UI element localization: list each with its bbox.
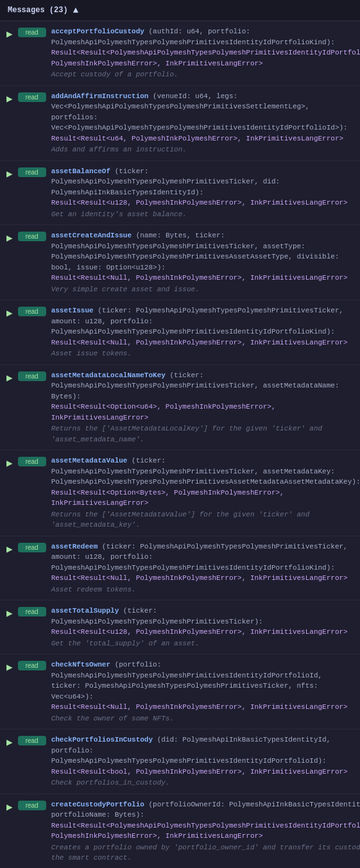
read-button[interactable]: read	[18, 736, 46, 745]
read-button[interactable]: read	[18, 232, 46, 241]
list-item: ▶readacceptPortfolioCustody (authId: u64…	[0, 21, 360, 86]
play-icon: ▶	[6, 371, 13, 384]
fn-description: Returns the ['AssetMetadataValue'] for t…	[51, 509, 360, 531]
fn-name[interactable]: assetMetadataValue	[51, 457, 132, 464]
read-button[interactable]: read	[18, 371, 46, 381]
play-icon: ▶	[6, 543, 13, 556]
fn-signature: assetBalanceOf (ticker: PolymeshApiPolym…	[51, 166, 354, 198]
fn-return: Result<Result<Null, PolymeshInkPolymeshE…	[51, 273, 354, 284]
read-button[interactable]: read	[18, 607, 46, 617]
messages-header: Messages (23) ▲	[0, 0, 360, 21]
fn-signature: checkNftsOwner (portfolio: PolymeshApiPo…	[51, 660, 354, 702]
list-item: ▶readassetRedeem (ticker: PolymeshApiPol…	[0, 536, 360, 601]
fn-description: Adds and affirms an instruction.	[51, 144, 354, 155]
message-content: addAndAffirmInstruction (venueId: u64, l…	[51, 91, 354, 155]
return-type: Result<Result<Null, PolymeshInkPolymeshE…	[51, 703, 348, 711]
fn-name[interactable]: acceptPortfolioCustody	[51, 28, 149, 35]
play-icon: ▶	[6, 661, 13, 674]
message-content: assetCreateAndIssue (name: Bytes, ticker…	[51, 230, 354, 294]
fn-return: Result<Result<Option<Bytes>, PolymeshInk…	[51, 488, 360, 509]
sort-icon[interactable]: ▲	[73, 5, 78, 15]
play-icon: ▶	[6, 607, 13, 620]
message-content: acceptPortfolioCustody (authId: u64, por…	[51, 26, 360, 80]
return-type: Result<Result<Null, PolymeshInkPolymeshE…	[51, 339, 348, 346]
return-type: Result<Result<u128, PolymeshInkPolymeshE…	[51, 628, 348, 636]
return-type: Result<Result<Option<Bytes>, PolymeshInk…	[51, 489, 284, 507]
read-button[interactable]: read	[18, 307, 46, 316]
list-item: ▶readcreateCustodyPortfolio (portfolioOw…	[0, 794, 360, 869]
fn-description: Returns the ['AssetMetadataLocalKey'] fo…	[51, 423, 354, 445]
fn-return: Result<Result<bool, PolymeshInkPolymeshE…	[51, 767, 354, 778]
fn-return: Result<Result<u128, PolymeshInkPolymeshE…	[51, 627, 354, 638]
fn-description: Creates a portfolio owned by 'portfolio_…	[51, 842, 360, 864]
list-item: ▶readaddAndAffirmInstruction (venueId: u…	[0, 86, 360, 161]
fn-signature: assetIssue (ticker: PolymeshApiPolymeshT…	[51, 305, 354, 337]
fn-description: Check the owner of some NFTs.	[51, 713, 354, 724]
read-button[interactable]: read	[18, 457, 46, 466]
fn-name[interactable]: assetTotalSupply	[51, 607, 123, 615]
fn-name[interactable]: createCustodyPortfolio	[51, 801, 149, 808]
fn-name[interactable]: addAndAffirmInstruction	[51, 92, 153, 100]
list-item: ▶readassetBalanceOf (ticker: PolymeshApi…	[0, 161, 360, 226]
fn-name[interactable]: assetIssue	[51, 307, 98, 314]
play-icon: ▶	[6, 28, 13, 40]
fn-name[interactable]: checkPortfoliosInCustody	[51, 736, 157, 744]
fn-return: Result<Result<Null, PolymeshInkPolymeshE…	[51, 702, 354, 713]
list-item: ▶readassetIssue (ticker: PolymeshApiPoly…	[0, 300, 360, 365]
read-button[interactable]: read	[18, 92, 46, 102]
read-button[interactable]: read	[18, 661, 46, 670]
play-icon: ▶	[6, 167, 13, 180]
return-type: Result<Result<Null, PolymeshInkPolymeshE…	[51, 574, 348, 582]
fn-description: Asset redeem tokens.	[51, 584, 354, 595]
list-item: ▶readassetMetadataValue (ticker: Polymes…	[0, 450, 360, 536]
message-content: assetMetadataLocalNameToKey (ticker: Pol…	[51, 370, 354, 445]
fn-description: Get the 'total_supply' of an asset.	[51, 638, 354, 649]
message-content: createCustodyPortfolio (portfolioOwnerId…	[51, 799, 360, 864]
fn-description: Accept custody of a portfolio.	[51, 69, 360, 80]
read-button[interactable]: read	[18, 543, 46, 552]
return-type: Result<Result<Option<u64>, PolymeshInkPo…	[51, 403, 276, 421]
fn-signature: createCustodyPortfolio (portfolioOwnerId…	[51, 799, 360, 821]
read-button[interactable]: read	[18, 28, 46, 37]
list-item: ▶readcheckPortfoliosInCustody (did: Poly…	[0, 729, 360, 794]
fn-name[interactable]: assetRedeem	[51, 543, 102, 550]
play-icon: ▶	[6, 801, 13, 813]
read-button[interactable]: read	[18, 801, 46, 810]
fn-signature: assetMetadataLocalNameToKey (ticker: Pol…	[51, 370, 354, 402]
messages-panel: Messages (23) ▲ ▶readacceptPortfolioCust…	[0, 0, 360, 868]
message-content: assetMetadataValue (ticker: PolymeshApiP…	[51, 455, 360, 531]
fn-name[interactable]: assetBalanceOf	[51, 167, 115, 175]
fn-return: Result<Result<PolymeshApiPolymeshTypesPo…	[51, 821, 360, 842]
message-content: assetTotalSupply (ticker: PolymeshApiPol…	[51, 606, 354, 649]
fn-name[interactable]: checkNftsOwner	[51, 661, 115, 668]
play-icon: ▶	[6, 92, 13, 105]
fn-signature: addAndAffirmInstruction (venueId: u64, l…	[51, 91, 354, 133]
fn-description: Very simple create asset and issue.	[51, 284, 354, 295]
play-icon: ▶	[6, 307, 13, 319]
message-content: assetRedeem (ticker: PolymeshApiPolymesh…	[51, 541, 354, 595]
message-content: checkPortfoliosInCustody (did: PolymeshA…	[51, 735, 354, 788]
fn-name[interactable]: assetCreateAndIssue	[51, 232, 136, 239]
messages-title: Messages (23)	[8, 6, 68, 15]
return-type: Result<Result<u128, PolymeshInkPolymeshE…	[51, 199, 348, 207]
list-item: ▶readcheckNftsOwner (portfolio: Polymesh…	[0, 654, 360, 729]
message-content: assetIssue (ticker: PolymeshApiPolymeshT…	[51, 305, 354, 359]
list-item: ▶readassetMetadataLocalNameToKey (ticker…	[0, 365, 360, 451]
fn-signature: acceptPortfolioCustody (authId: u64, por…	[51, 26, 360, 47]
fn-signature: assetTotalSupply (ticker: PolymeshApiPol…	[51, 606, 354, 627]
return-type: Result<Result<PolymeshApiPolymeshTypesPo…	[51, 822, 360, 840]
fn-description: Asset issue tokens.	[51, 348, 354, 359]
read-button[interactable]: read	[18, 167, 46, 177]
fn-return: Result<Result<Null, PolymeshInkPolymeshE…	[51, 337, 354, 348]
message-content: checkNftsOwner (portfolio: PolymeshApiPo…	[51, 660, 354, 724]
fn-return: Result<Result<u128, PolymeshInkPolymeshE…	[51, 198, 354, 208]
fn-return: Result<Result<Option<u64>, PolymeshInkPo…	[51, 402, 354, 423]
list-item: ▶readassetTotalSupply (ticker: PolymeshA…	[0, 600, 360, 654]
fn-name[interactable]: assetMetadataLocalNameToKey	[51, 371, 170, 379]
fn-signature: checkPortfoliosInCustody (did: PolymeshA…	[51, 735, 354, 767]
fn-return: Result<Result<Null, PolymeshInkPolymeshE…	[51, 573, 354, 584]
return-type: Result<Result<Null, PolymeshInkPolymeshE…	[51, 274, 348, 282]
message-content: assetBalanceOf (ticker: PolymeshApiPolym…	[51, 166, 354, 220]
return-type: Result<Result<bool, PolymeshInkPolymeshE…	[51, 768, 348, 776]
fn-signature: assetRedeem (ticker: PolymeshApiPolymesh…	[51, 541, 354, 574]
